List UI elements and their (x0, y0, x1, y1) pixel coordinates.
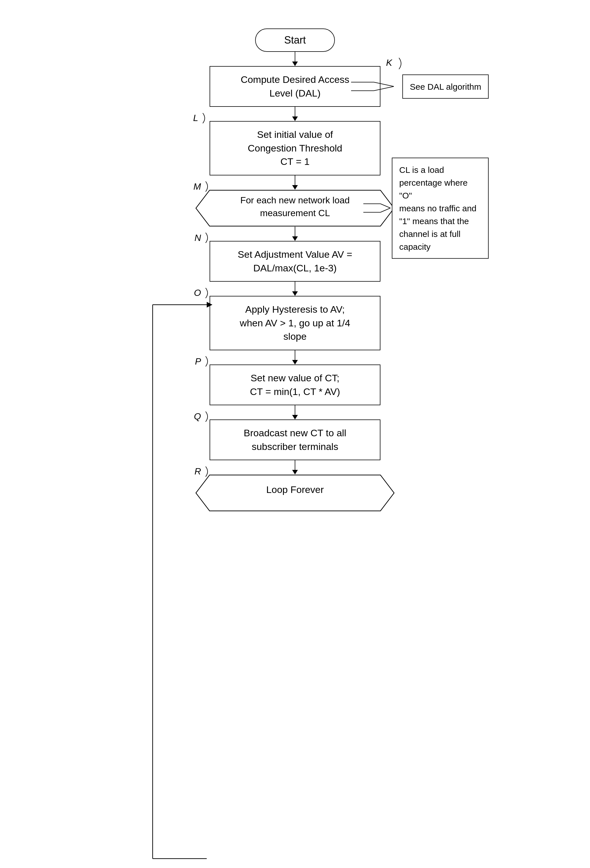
svg-line-11 (381, 204, 390, 208)
connector-network-av: N (292, 227, 298, 241)
svg-line-6 (374, 82, 394, 87)
start-node-row: Start (96, 28, 494, 52)
connector-hysteresis-ctnew: P (292, 350, 298, 365)
ct-new-box: Set new value of CT;CT = min(1, CT * AV) (209, 365, 381, 405)
network-load-row: For each new network loadmeasurement CL … (96, 190, 494, 227)
connector-dal-ct: L (292, 107, 298, 121)
connector-start-dal (292, 52, 298, 66)
dal-annotation-box: See DAL algorithm (402, 74, 489, 99)
connector-ct-network: M (292, 176, 298, 190)
start-node: Start (255, 28, 335, 52)
hysteresis-box: Apply Hysteresis to AV;when AV > 1, go u… (209, 296, 381, 350)
connector-broadcast-loop: R (292, 460, 298, 474)
k-label: K (386, 58, 403, 69)
network-load-text: For each new network loadmeasurement CL (212, 194, 378, 220)
cl-annotation-lines (363, 197, 392, 220)
av-box: Set Adjustment Value AV =DAL/max(CL, 1e-… (209, 241, 381, 282)
loop-row: Loop Forever (96, 474, 494, 511)
ct-box: Set initial value ofCongestion Threshold… (209, 121, 381, 176)
broadcast-row: Broadcast new CT to allsubscriber termin… (96, 419, 494, 460)
broadcast-box: Broadcast new CT to allsubscriber termin… (209, 419, 381, 460)
dal-annotation-lines (351, 75, 402, 98)
dal-row: K Compute Desired AccessLevel (DAL) Se (96, 66, 494, 107)
svg-line-12 (381, 208, 390, 213)
hysteresis-row: Apply Hysteresis to AV;when AV > 1, go u… (96, 296, 494, 350)
connector-av-hysteresis: O (292, 282, 298, 296)
ct-new-row: Set new value of CT;CT = min(1, CT * AV) (96, 365, 494, 405)
flowchart-container: Start K Compute Desired AccessLevel (DAL… (96, 17, 494, 534)
connector-ctnew-broadcast: Q (292, 405, 298, 419)
flowchart-flow: Start K Compute Desired AccessLevel (DAL… (96, 17, 494, 534)
loop-text: Loop Forever (212, 483, 378, 497)
loop-shape: Loop Forever (195, 474, 395, 511)
dal-annotation-container: See DAL algorithm (351, 74, 489, 99)
av-row: Set Adjustment Value AV =DAL/max(CL, 1e-… (96, 241, 494, 282)
svg-line-7 (374, 87, 394, 91)
